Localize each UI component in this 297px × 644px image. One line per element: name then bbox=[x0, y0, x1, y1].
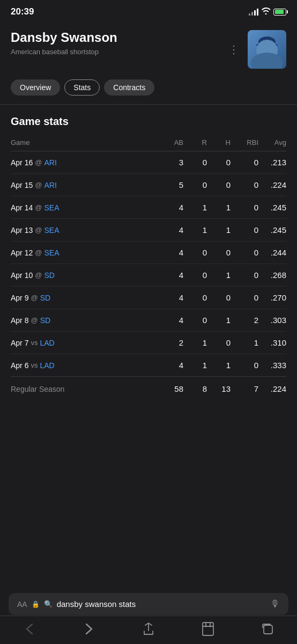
back-button[interactable] bbox=[18, 620, 41, 638]
stat-r: 0 bbox=[183, 270, 207, 280]
stat-avg: .244 bbox=[258, 248, 286, 257]
stat-avg: .303 bbox=[258, 316, 286, 325]
game-cell: Apr 13 @ SEA bbox=[11, 226, 155, 235]
tab-stats[interactable]: Stats bbox=[64, 79, 100, 96]
game-date: Apr 6 bbox=[11, 361, 28, 370]
game-stats-section: Game stats Game AB R H RBI Avg Apr 16 @ … bbox=[0, 105, 297, 400]
lock-icon: 🔒 bbox=[32, 601, 40, 608]
stat-ab: 4 bbox=[155, 203, 183, 212]
stat-h: 0 bbox=[207, 293, 231, 302]
totals-row: Regular Season 58 8 13 7 .224 bbox=[11, 376, 286, 400]
game-date: Apr 8 bbox=[11, 316, 28, 325]
stats-header: Game AB R H RBI Avg bbox=[11, 136, 286, 151]
tab-contracts[interactable]: Contracts bbox=[104, 79, 154, 96]
game-opponent[interactable]: SEA bbox=[44, 248, 59, 257]
table-row: Apr 6 vs LAD 4 1 1 0 .333 bbox=[11, 354, 286, 376]
url-bar[interactable]: AA 🔒 🔍 dansby swanson stats 🎙 bbox=[9, 593, 288, 615]
player-description: American baseball shortstop bbox=[11, 48, 226, 56]
wifi-icon bbox=[262, 8, 270, 16]
stat-h: 1 bbox=[207, 225, 231, 235]
game-opponent[interactable]: SD bbox=[44, 271, 54, 280]
game-opponent[interactable]: SEA bbox=[44, 203, 59, 212]
game-opponent[interactable]: ARI bbox=[44, 158, 56, 167]
game-relation: @ bbox=[35, 226, 42, 234]
game-opponent[interactable]: LAD bbox=[40, 339, 54, 347]
battery-icon bbox=[273, 9, 286, 16]
forward-button[interactable] bbox=[77, 620, 101, 638]
player-name: Dansby Swanson bbox=[11, 30, 226, 46]
stat-rbi: 0 bbox=[231, 361, 258, 370]
share-button[interactable] bbox=[137, 620, 160, 638]
game-cell: Apr 15 @ ARI bbox=[11, 181, 155, 189]
stat-ab: 4 bbox=[155, 293, 183, 302]
game-opponent[interactable]: SD bbox=[40, 316, 50, 325]
search-icon: 🔍 bbox=[44, 600, 53, 608]
stat-h: 0 bbox=[207, 338, 231, 347]
game-relation: vs bbox=[31, 339, 38, 347]
game-opponent[interactable]: ARI bbox=[44, 181, 56, 189]
stat-r: 1 bbox=[183, 203, 207, 212]
stat-ab: 2 bbox=[155, 338, 183, 347]
game-relation: @ bbox=[31, 316, 38, 324]
tab-overview[interactable]: Overview bbox=[11, 79, 60, 96]
stat-r: 1 bbox=[183, 361, 207, 370]
stat-rbi: 0 bbox=[231, 270, 258, 280]
game-date: Apr 15 bbox=[11, 181, 33, 189]
game-relation: @ bbox=[31, 294, 38, 302]
totals-rbi: 7 bbox=[231, 384, 258, 393]
stat-rbi: 0 bbox=[231, 248, 258, 257]
stat-ab: 4 bbox=[155, 270, 183, 280]
stat-avg: .213 bbox=[258, 158, 286, 167]
tabs-button[interactable] bbox=[256, 620, 279, 638]
stat-rbi: 0 bbox=[231, 293, 258, 302]
stat-r: 1 bbox=[183, 338, 207, 347]
url-text[interactable]: dansby swanson stats bbox=[57, 599, 266, 609]
microphone-icon[interactable]: 🎙 bbox=[270, 598, 280, 610]
status-bar: 20:39 bbox=[0, 0, 297, 21]
avatar bbox=[248, 30, 286, 69]
stat-r: 0 bbox=[183, 158, 207, 167]
stat-avg: .224 bbox=[258, 180, 286, 189]
aa-text[interactable]: AA bbox=[17, 600, 27, 609]
stat-rbi: 0 bbox=[231, 203, 258, 212]
stat-avg: .310 bbox=[258, 338, 286, 347]
player-info: Dansby Swanson American baseball shortst… bbox=[11, 30, 226, 56]
more-icon[interactable]: ⋮ bbox=[226, 41, 241, 58]
bookmarks-button[interactable] bbox=[196, 620, 220, 638]
stat-r: 0 bbox=[183, 248, 207, 257]
table-row: Apr 9 @ SD 4 0 0 0 .270 bbox=[11, 287, 286, 309]
section-title: Game stats bbox=[11, 115, 286, 128]
stats-rows: Apr 16 @ ARI 3 0 0 0 .213 Apr 15 @ ARI 5… bbox=[11, 151, 286, 376]
stat-r: 0 bbox=[183, 293, 207, 302]
stat-rbi: 0 bbox=[231, 180, 258, 189]
svg-point-4 bbox=[261, 43, 273, 56]
stat-rbi: 1 bbox=[231, 338, 258, 347]
game-date: Apr 7 bbox=[11, 339, 28, 347]
game-relation: vs bbox=[31, 361, 38, 369]
game-cell: Apr 14 @ SEA bbox=[11, 203, 155, 212]
stat-ab: 4 bbox=[155, 316, 183, 325]
game-relation: @ bbox=[35, 248, 42, 257]
stat-ab: 4 bbox=[155, 248, 183, 257]
stat-h: 1 bbox=[207, 270, 231, 280]
game-cell: Apr 6 vs LAD bbox=[11, 361, 155, 370]
game-opponent[interactable]: SEA bbox=[44, 226, 59, 235]
stat-h: 0 bbox=[207, 248, 231, 257]
game-relation: @ bbox=[35, 271, 42, 279]
stat-ab: 4 bbox=[155, 225, 183, 235]
stat-r: 0 bbox=[183, 180, 207, 189]
stat-avg: .333 bbox=[258, 361, 286, 370]
game-cell: Apr 16 @ ARI bbox=[11, 158, 155, 167]
game-date: Apr 9 bbox=[11, 294, 28, 302]
svg-point-2 bbox=[256, 43, 278, 47]
game-cell: Apr 8 @ SD bbox=[11, 316, 155, 325]
game-opponent[interactable]: SD bbox=[40, 294, 50, 302]
stat-ab: 3 bbox=[155, 158, 183, 167]
stat-ab: 4 bbox=[155, 361, 183, 370]
game-relation: @ bbox=[35, 181, 42, 189]
game-opponent[interactable]: LAD bbox=[40, 361, 54, 370]
svg-point-6 bbox=[255, 57, 279, 69]
header-rbi: RBI bbox=[231, 138, 258, 147]
svg-point-5 bbox=[262, 49, 272, 56]
stat-r: 1 bbox=[183, 225, 207, 235]
